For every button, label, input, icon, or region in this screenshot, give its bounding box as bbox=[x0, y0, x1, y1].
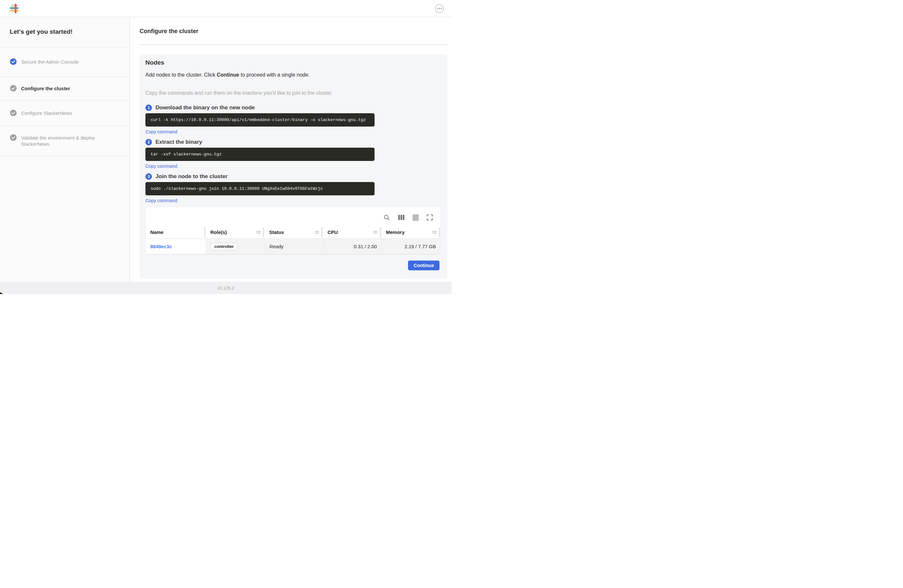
step-1-command-codeblock: curl -k https://10.0.0.11:30000/api/v1/e… bbox=[145, 113, 374, 127]
column-menu-icon[interactable] bbox=[315, 231, 319, 233]
density-icon[interactable] bbox=[412, 215, 419, 220]
divider bbox=[0, 156, 129, 156]
column-separator[interactable] bbox=[204, 227, 206, 237]
step-1-copy-command-link[interactable]: Copy command bbox=[145, 129, 177, 134]
page-title: Configure the cluster bbox=[140, 28, 447, 35]
top-header-bar bbox=[0, 0, 452, 17]
fullscreen-icon[interactable] bbox=[427, 214, 433, 220]
nodes-table-panel: Name Role(s) Status bbox=[145, 207, 441, 255]
sidebar-item-label: Validate the environment & deploy Slacke… bbox=[21, 135, 118, 147]
step-2-copy-command-link[interactable]: Copy command bbox=[145, 164, 177, 169]
step-2-heading: 2 Extract the binary bbox=[145, 139, 439, 145]
search-icon[interactable] bbox=[383, 214, 390, 221]
column-label: Name bbox=[150, 230, 164, 235]
setup-steps-sidebar: Let's get you started! Secure the Admin … bbox=[0, 17, 130, 281]
sidebar-item-validate-deploy[interactable]: Validate the environment & deploy Slacke… bbox=[0, 126, 129, 156]
check-circle-pending-icon bbox=[10, 85, 17, 92]
column-label: Status bbox=[269, 230, 284, 235]
column-header-name[interactable]: Name bbox=[146, 226, 206, 239]
step-2-number-badge: 2 bbox=[145, 139, 152, 145]
divider bbox=[140, 44, 447, 45]
nodes-intro-text: Add nodes to the cluster. Click Continue… bbox=[145, 72, 439, 78]
cell-name: 8849ec3c bbox=[146, 239, 206, 254]
step-3-command-codeblock: sudo ./slackernews-gnu join 10.0.0.11:30… bbox=[145, 182, 374, 195]
step-3-heading: 3 Join the node to the cluster bbox=[145, 173, 439, 180]
copy-commands-hint: Copy the commands and run them on the ma… bbox=[145, 90, 439, 96]
column-label: Role(s) bbox=[210, 230, 227, 235]
slackernews-logo-icon bbox=[9, 3, 19, 14]
nodes-card: Nodes Add nodes to the cluster. Click Co… bbox=[140, 54, 447, 279]
admin-console-page: Let's get you started! Secure the Admin … bbox=[0, 0, 452, 294]
ellipsis-icon bbox=[437, 8, 438, 9]
column-label: CPU bbox=[327, 230, 338, 235]
columns-icon[interactable] bbox=[398, 215, 404, 220]
check-circle-pending-icon bbox=[10, 134, 17, 141]
column-header-status[interactable]: Status bbox=[264, 226, 323, 239]
column-separator[interactable] bbox=[439, 227, 440, 237]
continue-button[interactable]: Continue bbox=[408, 261, 439, 270]
check-circle-complete-icon bbox=[10, 58, 17, 65]
check-circle-pending-icon bbox=[10, 109, 17, 116]
column-menu-icon[interactable] bbox=[256, 231, 261, 233]
content-row: Let's get you started! Secure the Admin … bbox=[0, 17, 452, 281]
step-3-copy-command-link[interactable]: Copy command bbox=[145, 198, 177, 203]
step-1-number-badge: 1 bbox=[145, 104, 152, 111]
cell-cpu: 0.31 / 2.00 bbox=[323, 239, 381, 254]
column-menu-icon[interactable] bbox=[433, 231, 437, 233]
step-1-title: Download the binary on the new node bbox=[156, 104, 255, 111]
column-header-cpu[interactable]: CPU bbox=[323, 226, 381, 239]
column-header-roles[interactable]: Role(s) bbox=[206, 226, 264, 239]
sidebar-item-label: Secure the Admin Console bbox=[21, 59, 79, 65]
cell-roles: controller bbox=[206, 239, 264, 254]
sidebar-item-secure-admin-console[interactable]: Secure the Admin Console bbox=[0, 47, 129, 77]
column-header-memory[interactable]: Memory bbox=[381, 226, 440, 239]
overflow-menu-button[interactable] bbox=[435, 4, 444, 13]
step-2-command-codeblock: tar -xvf slackernews-gnu.tgz bbox=[145, 148, 374, 161]
sidebar-item-label: Configure SlackerNews bbox=[21, 110, 72, 116]
card-actions: Continue bbox=[145, 261, 439, 270]
step-1-heading: 1 Download the binary on the new node bbox=[145, 104, 439, 111]
sidebar-item-configure-slackernews[interactable]: Configure SlackerNews bbox=[0, 101, 129, 126]
column-separator[interactable] bbox=[263, 227, 264, 237]
cell-status: Ready bbox=[264, 239, 323, 254]
continue-keyword: Continue bbox=[217, 72, 239, 77]
column-separator[interactable] bbox=[380, 227, 381, 237]
column-label: Memory bbox=[386, 230, 405, 235]
column-separator[interactable] bbox=[321, 227, 322, 237]
table-row: 8849ec3c controller Ready 0.31 / 2.00 2.… bbox=[146, 239, 440, 255]
nodes-card-title: Nodes bbox=[145, 59, 439, 66]
table-toolbar bbox=[146, 207, 440, 226]
cell-memory: 2.19 / 7.77 GB bbox=[381, 239, 440, 254]
sidebar-item-label: Configure the cluster bbox=[21, 85, 70, 91]
table-header-row: Name Role(s) Status bbox=[146, 226, 440, 239]
step-3-number-badge: 3 bbox=[145, 173, 152, 180]
sidebar-title: Let's get you started! bbox=[0, 17, 129, 47]
step-3-title: Join the node to the cluster bbox=[156, 173, 228, 180]
step-2-title: Extract the binary bbox=[156, 139, 202, 145]
footer-bar: v1.125.2 bbox=[0, 281, 452, 294]
node-name-link[interactable]: 8849ec3c bbox=[150, 244, 172, 249]
column-menu-icon[interactable] bbox=[373, 231, 378, 233]
main-content: Configure the cluster Nodes Add nodes to… bbox=[130, 17, 452, 281]
role-chip: controller bbox=[211, 243, 237, 250]
sidebar-item-configure-cluster[interactable]: Configure the cluster bbox=[0, 77, 129, 100]
version-label: v1.125.2 bbox=[217, 286, 234, 291]
